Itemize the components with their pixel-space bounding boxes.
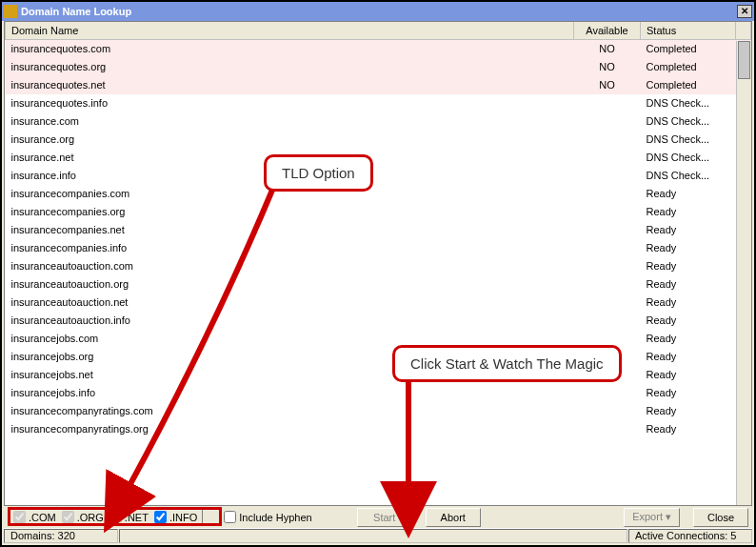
cell-status: DNS Check... xyxy=(641,167,736,185)
cell-available: NO xyxy=(574,58,641,76)
table-row[interactable]: insurancejobs.infoReady xyxy=(6,384,751,402)
cell-status: DNS Check... xyxy=(641,131,736,149)
close-icon[interactable]: ✕ xyxy=(737,5,752,18)
main-content: Domain Name Available Status insurancequ… xyxy=(4,21,752,507)
table-wrap: Domain Name Available Status insurancequ… xyxy=(5,22,751,506)
cell-status: Ready xyxy=(641,348,736,366)
col-status[interactable]: Status xyxy=(641,22,736,40)
col-domain[interactable]: Domain Name xyxy=(6,22,574,40)
cell-status: Ready xyxy=(641,275,736,294)
cell-domain: insurancecompanies.info xyxy=(6,239,574,257)
col-available[interactable]: Available xyxy=(574,22,641,40)
table-row[interactable]: insurancecompanies.infoReady xyxy=(6,239,751,257)
annotation-tld-callout: TLD Option xyxy=(264,154,373,192)
cell-domain: insurancecompanies.org xyxy=(6,203,574,221)
cell-status: Ready xyxy=(641,203,736,221)
table-row[interactable]: insurancejobs.orgReady xyxy=(6,348,751,366)
table-row[interactable]: insurancecompanies.netReady xyxy=(6,221,751,239)
cell-available: NO xyxy=(574,76,641,94)
cell-domain: insurancecompanies.net xyxy=(6,221,574,239)
table-row[interactable]: insurance.comDNS Check... xyxy=(6,112,751,131)
tld-net-checkbox[interactable]: .NET xyxy=(109,511,149,523)
cell-domain: insuranceautoauction.info xyxy=(6,312,574,330)
cell-status: DNS Check... xyxy=(641,112,736,131)
cell-status: Ready xyxy=(641,384,736,402)
tld-org-label: .ORG xyxy=(77,512,104,523)
cell-domain: insurancequotes.net xyxy=(6,76,574,94)
table-row[interactable]: insurancejobs.netReady xyxy=(6,366,751,384)
cell-status: Ready xyxy=(641,239,736,257)
bottom-toolbar: .COM .ORG .NET .INFO Include Hyphen Star… xyxy=(4,505,752,528)
cell-domain: insuranceautoauction.com xyxy=(6,257,574,275)
status-connections: Active Connections: 5 xyxy=(628,529,752,543)
table-row[interactable]: insuranceautoauction.netReady xyxy=(6,294,751,312)
vertical-scrollbar[interactable] xyxy=(736,41,751,506)
table-row[interactable]: insurancecompanies.comReady xyxy=(6,185,751,203)
table-row[interactable]: insurancequotes.comNOCompleted xyxy=(6,40,751,58)
col-scroll-spacer xyxy=(736,22,751,40)
annotation-start-callout: Click Start & Watch The Magic xyxy=(392,345,622,382)
conn-label: Active Connections: xyxy=(635,530,727,541)
cell-domain: insurance.org xyxy=(6,131,574,149)
table-row[interactable]: insurance.netDNS Check... xyxy=(6,149,751,167)
close-button[interactable]: Close xyxy=(693,508,748,527)
cell-status: Ready xyxy=(641,420,736,438)
tld-option-group: .COM .ORG .NET .INFO xyxy=(8,509,203,525)
cell-available xyxy=(574,275,641,294)
domains-count: 320 xyxy=(58,530,75,541)
scrollbar-thumb[interactable] xyxy=(738,41,750,79)
cell-domain: insuranceautoauction.org xyxy=(6,275,574,294)
cell-available xyxy=(574,402,641,420)
cell-domain: insurance.com xyxy=(6,112,574,131)
cell-domain: insurancequotes.com xyxy=(6,40,574,58)
cell-status: Completed xyxy=(641,76,736,94)
cell-domain: insurancecompanyratings.org xyxy=(6,420,574,438)
export-button[interactable]: Export ▾ xyxy=(624,508,680,527)
cell-available xyxy=(574,239,641,257)
cell-domain: insurancejobs.info xyxy=(6,384,574,402)
tld-info-checkbox[interactable]: .INFO xyxy=(154,511,197,523)
domains-label: Domains: xyxy=(10,530,54,541)
cell-status: Ready xyxy=(641,330,736,348)
start-button[interactable]: Start xyxy=(357,508,412,527)
tld-net-label: .NET xyxy=(125,512,149,523)
cell-status: Ready xyxy=(641,402,736,420)
table-row[interactable]: insurancejobs.comReady xyxy=(6,330,751,348)
cell-status: Ready xyxy=(641,366,736,384)
cell-domain: insurancecompanyratings.com xyxy=(6,402,574,420)
include-hyphen-label: Include Hyphen xyxy=(239,512,311,523)
cell-status: Ready xyxy=(641,185,736,203)
tld-info-label: .INFO xyxy=(169,512,197,523)
tld-com-checkbox[interactable]: .COM xyxy=(13,511,56,523)
abort-button[interactable]: Abort xyxy=(426,508,481,527)
table-row[interactable]: insuranceautoauction.comReady xyxy=(6,257,751,275)
table-row[interactable]: insurance.infoDNS Check... xyxy=(6,167,751,185)
cell-available xyxy=(574,112,641,131)
table-row[interactable]: insurancecompanyratings.orgReady xyxy=(6,420,751,438)
cell-available xyxy=(574,384,641,402)
cell-available xyxy=(574,185,641,203)
table-row[interactable]: insurance.orgDNS Check... xyxy=(6,131,751,149)
cell-available xyxy=(574,149,641,167)
table-row[interactable]: insurancecompanies.orgReady xyxy=(6,203,751,221)
table-row[interactable]: insurancecompanyratings.comReady xyxy=(6,402,751,420)
cell-available xyxy=(574,294,641,312)
status-bar: Domains: 320 Active Connections: 5 xyxy=(4,528,752,543)
table-row[interactable]: insurancequotes.netNOCompleted xyxy=(6,76,751,94)
cell-status: Ready xyxy=(641,257,736,275)
table-row[interactable]: insuranceautoauction.infoReady xyxy=(6,312,751,330)
cell-domain: insuranceautoauction.net xyxy=(6,294,574,312)
app-icon xyxy=(4,5,17,18)
table-row[interactable]: insuranceautoauction.orgReady xyxy=(6,275,751,294)
cell-available xyxy=(574,203,641,221)
table-row[interactable]: insurancequotes.infoDNS Check... xyxy=(6,94,751,112)
status-spacer xyxy=(119,529,627,543)
tld-org-checkbox[interactable]: .ORG xyxy=(62,511,104,523)
cell-status: Ready xyxy=(641,312,736,330)
cell-status: DNS Check... xyxy=(641,149,736,167)
include-hyphen-checkbox[interactable]: Include Hyphen xyxy=(224,511,311,523)
table-row[interactable]: insurancequotes.orgNOCompleted xyxy=(6,58,751,76)
cell-available xyxy=(574,257,641,275)
annotation-start-text: Click Start & Watch The Magic xyxy=(410,355,604,372)
cell-available xyxy=(574,94,641,112)
